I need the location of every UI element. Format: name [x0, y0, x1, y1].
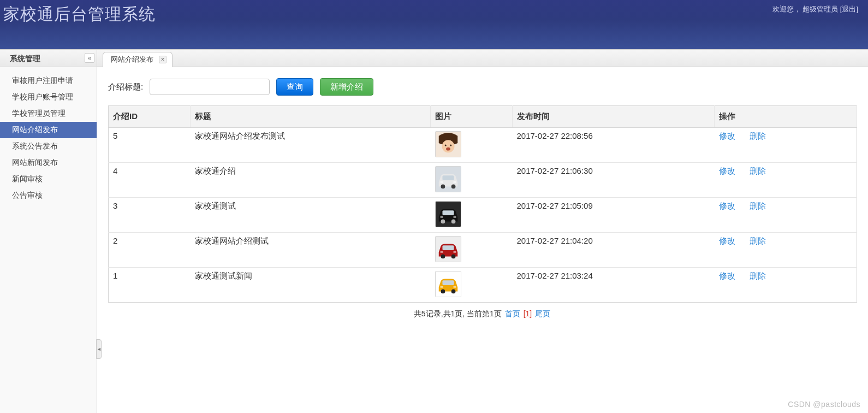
edit-link[interactable]: 修改 [719, 236, 735, 245]
sidebar-item-1[interactable]: 学校用户账号管理 [0, 89, 97, 105]
welcome-user: 超级管理员 [802, 5, 838, 13]
svg-point-7 [441, 185, 445, 189]
thumbnail-icon [435, 271, 461, 297]
cell-time: 2017-02-27 21:04:20 [513, 233, 715, 268]
cell-ops: 修改删除 [715, 128, 857, 163]
cell-id: 2 [109, 233, 191, 268]
content-area: 网站介绍发布 × 介绍标题: 查询 新增介绍 介绍ID 标题 图片 发布时 [97, 50, 868, 413]
svg-rect-21 [440, 251, 443, 253]
svg-rect-27 [440, 286, 443, 288]
cell-id: 5 [109, 128, 191, 163]
cell-image [431, 163, 513, 198]
cell-ops: 修改删除 [715, 163, 857, 198]
cell-image [431, 268, 513, 303]
svg-rect-18 [442, 245, 454, 250]
sidebar-item-2[interactable]: 学校管理员管理 [0, 105, 97, 122]
sidebar-item-0[interactable]: 审核用户注册申请 [0, 73, 97, 89]
tab-close-icon[interactable]: × [159, 56, 167, 63]
tab-website-intro[interactable]: 网站介绍发布 × [103, 52, 173, 67]
cell-time: 2017-02-27 22:08:56 [513, 128, 715, 163]
cell-time: 2017-02-27 21:03:24 [513, 268, 715, 303]
edit-link[interactable]: 修改 [719, 166, 735, 175]
query-button[interactable]: 查询 [276, 78, 313, 96]
tab-label: 网站介绍发布 [111, 55, 153, 64]
cell-title: 家校通网站介绍发布测试 [191, 128, 431, 163]
svg-rect-28 [453, 286, 456, 288]
sidebar-drag-handle[interactable] [96, 339, 102, 359]
th-id: 介绍ID [109, 106, 191, 128]
sidebar-header-label: 系统管理 [10, 54, 40, 63]
sidebar-item-5[interactable]: 网站新闻发布 [0, 155, 97, 171]
svg-rect-6 [442, 175, 454, 180]
th-img: 图片 [431, 106, 513, 128]
delete-link[interactable]: 删除 [750, 166, 766, 175]
sidebar-item-3[interactable]: 网站介绍发布 [0, 122, 97, 138]
sidebar-header: 系统管理 « [0, 50, 97, 67]
svg-rect-9 [440, 181, 443, 183]
pager: 共5记录,共1页, 当前第1页 首页 [1] 尾页 [108, 303, 857, 335]
svg-point-13 [441, 220, 445, 224]
svg-point-1 [442, 140, 454, 152]
tabbar: 网站介绍发布 × [97, 50, 868, 67]
cell-id: 4 [109, 163, 191, 198]
cell-id: 3 [109, 198, 191, 233]
svg-point-8 [451, 185, 455, 189]
cell-ops: 修改删除 [715, 268, 857, 303]
th-time: 发布时间 [513, 106, 715, 128]
svg-point-20 [451, 255, 455, 259]
sidebar-item-6[interactable]: 新闻审核 [0, 171, 97, 187]
cell-image [431, 233, 513, 268]
delete-link[interactable]: 删除 [750, 131, 766, 140]
edit-link[interactable]: 修改 [719, 131, 735, 140]
cell-title: 家校通测试 [191, 198, 431, 233]
app-header: 家校通后台管理系统 欢迎您， 超级管理员 [退出] [0, 0, 868, 49]
app-title: 家校通后台管理系统 [3, 3, 156, 26]
svg-rect-24 [442, 280, 454, 285]
thumbnail-icon [435, 166, 461, 192]
table-row: 2家校通网站介绍测试 2017-02-27 21:04:20修改删除 [109, 233, 857, 268]
cell-image [431, 198, 513, 233]
pager-first[interactable]: 首页 [505, 309, 520, 318]
table-row: 3家校通测试 2017-02-27 21:05:09修改删除 [109, 198, 857, 233]
svg-rect-10 [453, 181, 456, 183]
cell-time: 2017-02-27 21:06:30 [513, 163, 715, 198]
welcome-prefix: 欢迎您， [772, 5, 801, 13]
pager-summary: 共5记录,共1页, 当前第1页 [414, 309, 504, 318]
pager-last[interactable]: 尾页 [535, 309, 550, 318]
cell-title: 家校通介绍 [191, 163, 431, 198]
cell-title: 家校通网站介绍测试 [191, 233, 431, 268]
search-input[interactable] [150, 79, 270, 95]
svg-rect-12 [442, 210, 454, 215]
edit-link[interactable]: 修改 [719, 271, 735, 280]
pager-current: [1] [524, 309, 532, 318]
add-button[interactable]: 新增介绍 [320, 78, 373, 96]
cell-image [431, 128, 513, 163]
table-row: 1家校通测试新闻 2017-02-27 21:03:24修改删除 [109, 268, 857, 303]
thumbnail-icon [435, 131, 461, 157]
svg-point-26 [451, 290, 455, 294]
thumbnail-icon [435, 201, 461, 227]
intro-table: 介绍ID 标题 图片 发布时间 操作 5家校通网站介绍发布测试 2017-02-… [108, 105, 857, 303]
delete-link[interactable]: 删除 [750, 271, 766, 280]
th-title: 标题 [191, 106, 431, 128]
sidebar-collapse-icon[interactable]: « [85, 53, 94, 63]
svg-point-19 [441, 255, 445, 259]
svg-rect-22 [453, 251, 456, 253]
delete-link[interactable]: 删除 [750, 201, 766, 210]
svg-rect-15 [440, 216, 443, 218]
cell-title: 家校通测试新闻 [191, 268, 431, 303]
delete-link[interactable]: 删除 [750, 236, 766, 245]
sidebar-item-7[interactable]: 公告审核 [0, 187, 97, 204]
svg-rect-16 [453, 216, 456, 218]
page-body: 介绍标题: 查询 新增介绍 介绍ID 标题 图片 发布时间 操作 5家校通网站介… [97, 67, 868, 413]
svg-point-14 [451, 220, 455, 224]
logout-link[interactable]: [退出] [840, 5, 858, 13]
edit-link[interactable]: 修改 [719, 201, 735, 210]
th-op: 操作 [715, 106, 857, 128]
cell-ops: 修改删除 [715, 198, 857, 233]
table-row: 5家校通网站介绍发布测试 2017-02-27 22:08:56修改删除 [109, 128, 857, 163]
sidebar: 系统管理 « 审核用户注册申请学校用户账号管理学校管理员管理网站介绍发布系统公告… [0, 50, 97, 413]
cell-id: 1 [109, 268, 191, 303]
search-bar: 介绍标题: 查询 新增介绍 [108, 78, 857, 96]
sidebar-item-4[interactable]: 系统公告发布 [0, 138, 97, 155]
